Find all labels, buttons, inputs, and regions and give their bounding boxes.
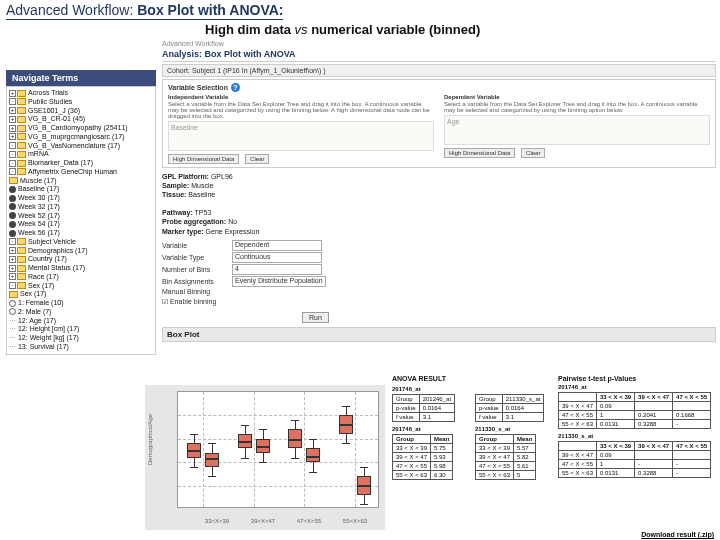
tree-item[interactable]: +Mental Status (17) [8, 264, 154, 273]
tree-item[interactable]: +VG_B_Cardiomyopathy (25411) [8, 124, 154, 133]
navigate-header: Navigate Terms [6, 70, 156, 86]
tree-item[interactable]: +VG_B_muprgcmangiosarc (17) [8, 133, 154, 142]
dependent-col: Dependent Variable Select a variable fro… [444, 94, 710, 164]
results-tables: ANOVA RESULT 201746_at Group201246_atp-v… [392, 375, 716, 484]
pairwise-table-1: 33 < X < 3939 < X < 4747 < X < 5539 < X … [558, 392, 711, 429]
independent-dropzone[interactable]: Baseline [168, 121, 434, 151]
tree-item[interactable]: -mRNA [8, 150, 154, 159]
anova-table-1: Group201246_atp-value0.0164f value3.1 [392, 394, 455, 422]
hdd-button-dep[interactable]: High Dimensional Data [444, 148, 515, 158]
download-link[interactable]: Download result (.zip) [641, 531, 714, 538]
slide-title: Advanced Workflow: Box Plot with ANOVA: [6, 2, 283, 20]
main-area: Advanced Workflow Analysis: Box Plot wit… [162, 40, 716, 342]
tree-item[interactable]: -VG_B_VasNomenclature (17) [8, 142, 154, 151]
hdd-button-indep[interactable]: High Dimensional Data [168, 154, 239, 164]
tree-item[interactable]: +GSE1001_J (36) [8, 107, 154, 116]
tree-item[interactable]: ⋯ 13: Survival (17) [8, 343, 154, 352]
navigate-tree[interactable]: +Across Trials-Public Studies+GSE1001_J … [6, 86, 156, 355]
tree-item[interactable]: -Biomarker_Data (17) [8, 159, 154, 168]
slide-title-bold: Box Plot with ANOVA: [137, 2, 283, 18]
tree-item[interactable]: 1: Female (10) [8, 299, 154, 308]
dependent-dropzone[interactable]: Age [444, 115, 710, 145]
numbins-input[interactable]: 4 [232, 264, 322, 275]
navigate-panel: Navigate Terms +Across Trials-Public Stu… [6, 70, 156, 355]
tree-item[interactable]: ⋯ 12: Weight [kg] (17) [8, 334, 154, 343]
slide-subtitle: High dim data vs numerical variable (bin… [205, 22, 480, 37]
tree-item[interactable]: +Across Trials [8, 89, 154, 98]
help-icon[interactable]: ? [231, 83, 240, 92]
boxplot-header: Box Plot [162, 327, 716, 342]
metadata-block: GPL Platform: GPL96 Sample: Muscle Tissu… [162, 172, 716, 236]
tree-item[interactable]: +VG_B_CR-01 (45) [8, 115, 154, 124]
summary-table-1: GroupMean33 < X < 395.7539 < X < 475.934… [392, 434, 453, 480]
tree-item[interactable]: Week 52 (17) [8, 212, 154, 221]
tree-item[interactable]: Week 30 (17) [8, 194, 154, 203]
binassign-select[interactable]: Evenly Distribute Population [232, 276, 326, 287]
tree-item[interactable]: Week 54 (17) [8, 220, 154, 229]
summary-table-2: GroupMean33 < X < 395.5739 < X < 475.824… [475, 434, 536, 480]
tree-item[interactable]: Sex (17) [8, 290, 154, 299]
tree-item[interactable]: 2: Male (7) [8, 308, 154, 317]
tree-item[interactable]: +Race (17) [8, 273, 154, 282]
tree-item[interactable]: Week 32 (17) [8, 203, 154, 212]
pairwise-table-2: 33 < X < 3939 < X < 4747 < X < 5539 < X … [558, 441, 711, 478]
tree-item[interactable]: Week 56 (17) [8, 229, 154, 238]
anova-table-2: Group211330_s_atp-value0.0164f value3.1 [475, 394, 544, 422]
independent-col: Independent Variable Select a variable f… [168, 94, 434, 164]
tree-item[interactable]: -Subject Vehicle [8, 238, 154, 247]
page-title: Analysis: Box Plot with ANOVA [162, 49, 716, 59]
variable-selection-header: Variable Selection? [168, 83, 710, 92]
variable-selection-box: Variable Selection? Independent Variable… [162, 79, 716, 168]
tree-item[interactable]: Muscle (17) [8, 177, 154, 186]
tree-item[interactable]: Baseline (17) [8, 185, 154, 194]
tree-item[interactable]: +Country (17) [8, 255, 154, 264]
tree-item[interactable]: -Public Studies [8, 98, 154, 107]
cohort-label: Cohort: Subject 1 (IP16 In (Affym_1_Okun… [163, 65, 715, 76]
tree-item[interactable]: ⋯ 12: Height [cm] (17) [8, 325, 154, 334]
tree-item[interactable]: -Affymetrix GeneChip Human [8, 168, 154, 177]
vartype-select[interactable]: Continuous [232, 252, 322, 263]
boxplot-chart: Demographics/Age 33<X<39 39<X<47 47<X<55… [145, 385, 385, 530]
variable-select[interactable]: Dependent [232, 240, 322, 251]
clear-button-indep[interactable]: Clear [245, 154, 269, 164]
clear-button-dep[interactable]: Clear [521, 148, 545, 158]
slide-title-prefix: Advanced Workflow: [6, 2, 137, 18]
tree-item[interactable]: -Sex (17) [8, 282, 154, 291]
enable-binning-check[interactable]: ☑ Enable binning [162, 298, 716, 306]
breadcrumb[interactable]: Advanced Workflow [162, 40, 716, 47]
cohort-box: Cohort: Subject 1 (IP16 In (Affym_1_Okun… [162, 64, 716, 77]
tree-item[interactable]: ⋯ 12: Age (17) [8, 317, 154, 326]
y-axis-label: Demographics/Age [147, 414, 153, 465]
tree-item[interactable]: +Demographics (17) [8, 247, 154, 256]
run-button[interactable]: Run [302, 312, 329, 323]
